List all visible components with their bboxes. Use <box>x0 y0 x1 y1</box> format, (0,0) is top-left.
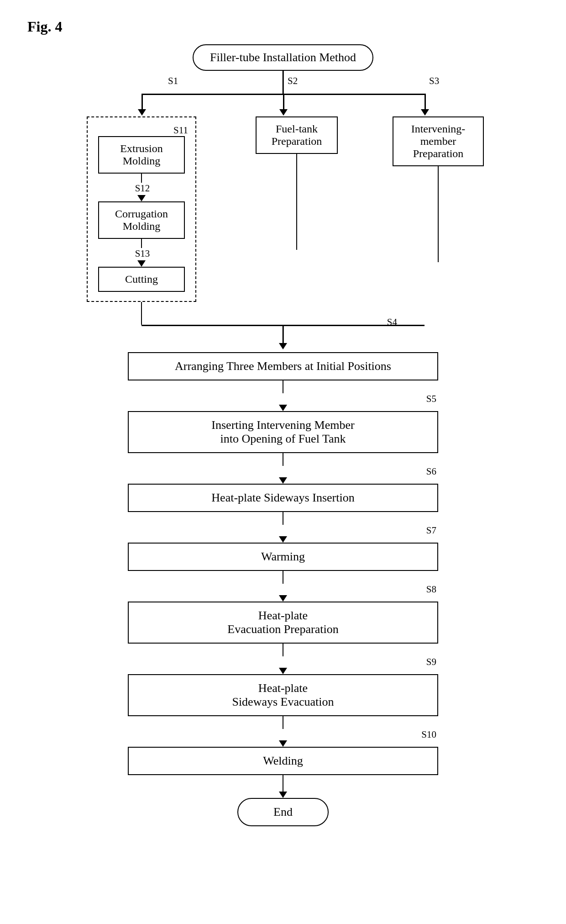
s1-label: S1 <box>168 75 178 87</box>
start-node: Filler-tube Installation Method <box>193 44 373 71</box>
s12-box: Corrugation Molding <box>98 201 185 239</box>
s1-group: S11 Extrusion Molding S12 Corrugation Mo… <box>87 116 196 302</box>
s9-label: S9 <box>426 656 436 668</box>
s3-label: S3 <box>429 75 439 87</box>
s2-label: S2 <box>288 75 298 87</box>
final-arrow <box>279 775 287 798</box>
s4-box: Arranging Three Members at Initial Posit… <box>128 352 438 380</box>
s10-box: Welding <box>128 747 438 775</box>
s11-label-tag: S11 <box>173 125 188 136</box>
s5-label: S5 <box>426 393 436 405</box>
s10-label: S10 <box>421 729 436 740</box>
s13-label-tag: S13 <box>135 248 150 259</box>
s12-label-tag: S12 <box>135 183 150 194</box>
end-node: End <box>237 798 329 826</box>
s7-label: S7 <box>426 525 436 536</box>
s8-label: S8 <box>426 584 436 595</box>
flowchart: Filler-tube Installation Method S1 S2 <box>27 44 539 826</box>
s6-box: Heat-plate Sideways Insertion <box>128 484 438 512</box>
s6-label: S6 <box>426 466 436 477</box>
s4-label: S4 <box>387 317 397 328</box>
fig-label: Fig. 4 <box>27 18 539 35</box>
s11-box: Extrusion Molding <box>98 136 185 174</box>
s3-box: Intervening-member Preparation <box>393 116 484 166</box>
s9-box: Heat-plate Sideways Evacuation <box>128 674 438 716</box>
s2-box: Fuel-tank Preparation <box>256 116 338 154</box>
s13-box: Cutting <box>98 267 185 292</box>
s8-box: Heat-plate Evacuation Preparation <box>128 602 438 644</box>
s5-box: Inserting Intervening Member into Openin… <box>128 411 438 453</box>
s7-box: Warming <box>128 543 438 571</box>
page: Fig. 4 Filler-tube Installation Method S… <box>0 0 566 924</box>
